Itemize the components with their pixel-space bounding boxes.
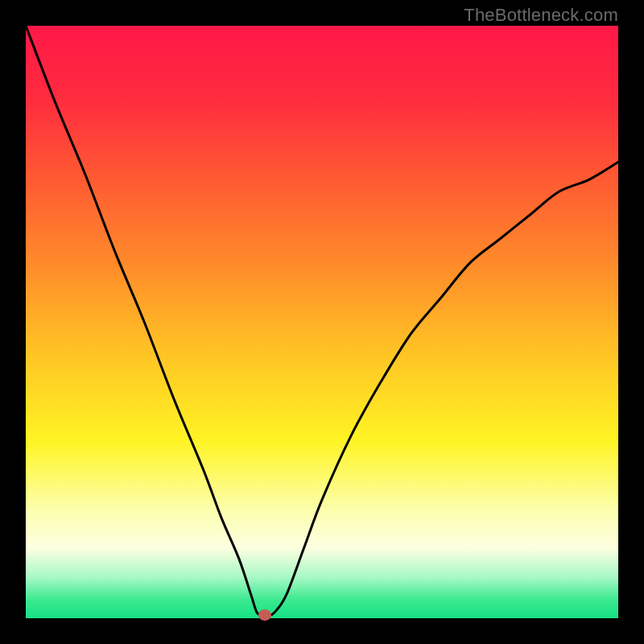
marker-dot	[258, 609, 271, 621]
curve-layer	[26, 26, 618, 618]
bottleneck-curve	[26, 26, 618, 616]
watermark-text: TheBottleneck.com	[464, 5, 618, 26]
plot-area	[26, 26, 618, 618]
chart-frame: TheBottleneck.com	[0, 0, 644, 644]
